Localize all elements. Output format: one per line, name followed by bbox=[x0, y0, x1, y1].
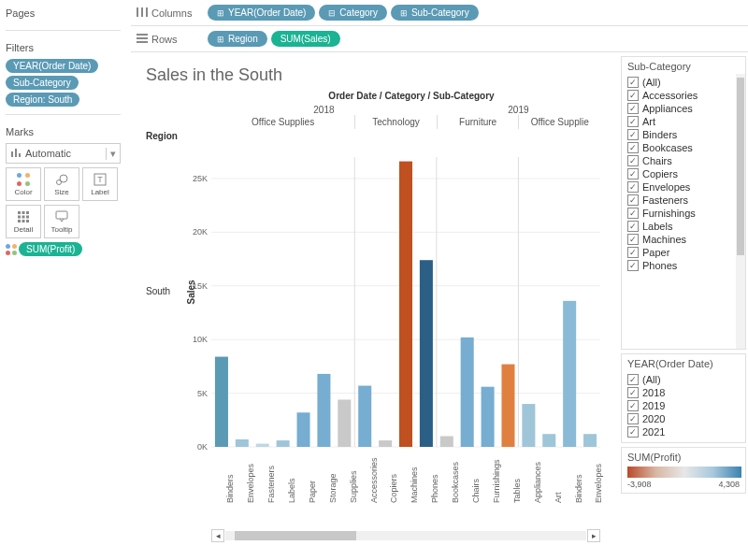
year-filter-card: YEAR(Order Date) ✓(All)✓2018✓2019✓2020✓2… bbox=[621, 353, 746, 443]
subcategory-filter-title: Sub-Category bbox=[627, 61, 740, 72]
subcategory-checkbox[interactable]: ✓Art bbox=[627, 115, 740, 128]
subcategory-checkbox[interactable]: ✓Appliances bbox=[627, 102, 740, 115]
category-header: Furniture bbox=[437, 115, 519, 129]
year-checkbox[interactable]: ✓2018 bbox=[627, 386, 740, 399]
rows-shelf[interactable]: Rows ⊞RegionSUM(Sales) bbox=[131, 26, 748, 52]
rows-pill[interactable]: SUM(Sales) bbox=[271, 31, 340, 47]
svg-text:5K: 5K bbox=[197, 389, 208, 398]
scrollbar-thumb[interactable] bbox=[737, 78, 744, 255]
subcategory-checkbox[interactable]: ✓Machines bbox=[627, 233, 740, 246]
scroll-thumb[interactable] bbox=[235, 531, 356, 540]
scroll-left-button[interactable]: ◂ bbox=[211, 529, 224, 542]
bar[interactable] bbox=[420, 260, 433, 447]
region-value: South bbox=[146, 286, 170, 296]
mark-type-dropdown[interactable]: Automatic ▾ bbox=[6, 143, 121, 164]
bar[interactable] bbox=[482, 387, 495, 447]
bar[interactable] bbox=[256, 444, 269, 447]
subcategory-axis-label: Art bbox=[554, 492, 563, 503]
columns-pill[interactable]: ⊟Category bbox=[319, 5, 387, 21]
checkbox-icon: ✓ bbox=[627, 426, 639, 438]
marks-detail-button[interactable]: Detail bbox=[6, 205, 41, 238]
color-dots-icon bbox=[17, 173, 30, 186]
svg-text:10K: 10K bbox=[193, 335, 208, 344]
svg-rect-8 bbox=[22, 211, 25, 214]
scroll-track[interactable] bbox=[225, 531, 586, 540]
marks-size-button[interactable]: Size bbox=[44, 167, 79, 201]
marks-pill-profit[interactable]: SUM(Profit) bbox=[19, 242, 82, 256]
bar[interactable] bbox=[583, 434, 597, 447]
subcategory-axis-label: Copiers bbox=[389, 474, 398, 503]
checkbox-icon: ✓ bbox=[627, 413, 639, 424]
year-checkbox[interactable]: ✓(All) bbox=[627, 373, 740, 386]
columns-pill[interactable]: ⊞YEAR(Order Date) bbox=[208, 5, 315, 21]
svg-rect-10 bbox=[18, 215, 21, 218]
subcategory-checkbox[interactable]: ✓Chairs bbox=[627, 154, 740, 167]
year-checkbox[interactable]: ✓2021 bbox=[627, 425, 740, 438]
bar[interactable] bbox=[379, 440, 392, 447]
marks-tooltip-button[interactable]: Tooltip bbox=[44, 205, 79, 238]
columns-icon bbox=[137, 7, 148, 19]
svg-rect-21 bbox=[137, 37, 148, 39]
year-checkbox[interactable]: ✓2020 bbox=[627, 412, 740, 425]
bar[interactable] bbox=[317, 374, 330, 447]
subcategory-checkbox[interactable]: ✓Copiers bbox=[627, 167, 740, 180]
bar[interactable] bbox=[215, 357, 228, 447]
bar[interactable] bbox=[399, 162, 412, 447]
marks-card-title: Marks bbox=[6, 122, 121, 143]
bar[interactable] bbox=[542, 434, 555, 447]
pages-card-title: Pages bbox=[6, 4, 121, 24]
subcategory-checkbox[interactable]: ✓Furnishings bbox=[627, 207, 740, 220]
bar[interactable] bbox=[358, 386, 371, 447]
columns-pill[interactable]: ⊞Sub-Category bbox=[391, 5, 479, 21]
subcategory-checkbox[interactable]: ✓Fasteners bbox=[627, 194, 740, 207]
subcategory-axis-label: Paper bbox=[308, 481, 317, 503]
subcategory-checkbox[interactable]: ✓Binders bbox=[627, 128, 740, 141]
checkbox-icon: ✓ bbox=[627, 400, 639, 411]
svg-rect-7 bbox=[18, 211, 21, 214]
subcategory-axis-label: Tables bbox=[512, 479, 522, 503]
scroll-right-button[interactable]: ▸ bbox=[587, 529, 600, 542]
checkbox-icon: ✓ bbox=[627, 155, 639, 166]
svg-rect-16 bbox=[56, 211, 67, 219]
subcategory-scrollbar[interactable] bbox=[736, 74, 745, 349]
subcategory-checkbox[interactable]: ✓Envelopes bbox=[627, 180, 740, 194]
bar[interactable] bbox=[338, 399, 351, 447]
subcategory-axis-label: Storage bbox=[328, 473, 338, 503]
horizontal-scrollbar[interactable]: ◂ ▸ bbox=[211, 529, 600, 542]
visualization-area: Sales in the South Region Order Date / C… bbox=[131, 56, 617, 552]
bar[interactable] bbox=[297, 412, 310, 447]
svg-rect-11 bbox=[22, 215, 25, 218]
filter-pill[interactable]: Region: South bbox=[6, 93, 79, 107]
checkbox-icon: ✓ bbox=[627, 168, 639, 179]
checkbox-icon: ✓ bbox=[627, 103, 639, 114]
marks-color-button[interactable]: Color bbox=[6, 167, 41, 201]
checkbox-icon: ✓ bbox=[627, 387, 639, 398]
rows-pill[interactable]: ⊞Region bbox=[208, 31, 267, 47]
chart-plot: 0K5K10K15K20K25K bbox=[211, 157, 600, 447]
bar[interactable] bbox=[563, 301, 576, 447]
subcategory-checkbox[interactable]: ✓(All) bbox=[627, 76, 740, 89]
legend-max: 4,308 bbox=[718, 480, 740, 489]
subcategory-checkbox[interactable]: ✓Paper bbox=[627, 246, 740, 259]
subcategory-axis-label: Chairs bbox=[471, 479, 481, 503]
bar[interactable] bbox=[461, 337, 474, 447]
svg-rect-18 bbox=[141, 7, 143, 17]
subcategory-axis-label: Machines bbox=[410, 467, 419, 503]
marks-label-button[interactable]: T Label bbox=[82, 167, 118, 201]
filter-pill[interactable]: YEAR(Order Date) bbox=[6, 59, 98, 73]
bar[interactable] bbox=[277, 440, 290, 447]
svg-rect-1 bbox=[15, 149, 17, 157]
subcategory-checkbox[interactable]: ✓Accessories bbox=[627, 89, 740, 102]
bar[interactable] bbox=[440, 437, 453, 447]
subcategory-checkbox[interactable]: ✓Phones bbox=[627, 259, 740, 272]
year-checkbox[interactable]: ✓2019 bbox=[627, 399, 740, 412]
subcategory-checkbox[interactable]: ✓Bookcases bbox=[627, 141, 740, 154]
checkbox-icon: ✓ bbox=[627, 194, 639, 206]
bar[interactable] bbox=[236, 439, 249, 447]
columns-shelf[interactable]: Columns ⊞YEAR(Order Date)⊟Category⊞Sub-C… bbox=[131, 0, 748, 26]
filter-pill[interactable]: Sub-Category bbox=[6, 76, 79, 90]
bar[interactable] bbox=[501, 365, 514, 447]
bar[interactable] bbox=[522, 404, 535, 447]
subcategory-checkbox[interactable]: ✓Labels bbox=[627, 220, 740, 233]
text-icon: T bbox=[94, 173, 107, 186]
